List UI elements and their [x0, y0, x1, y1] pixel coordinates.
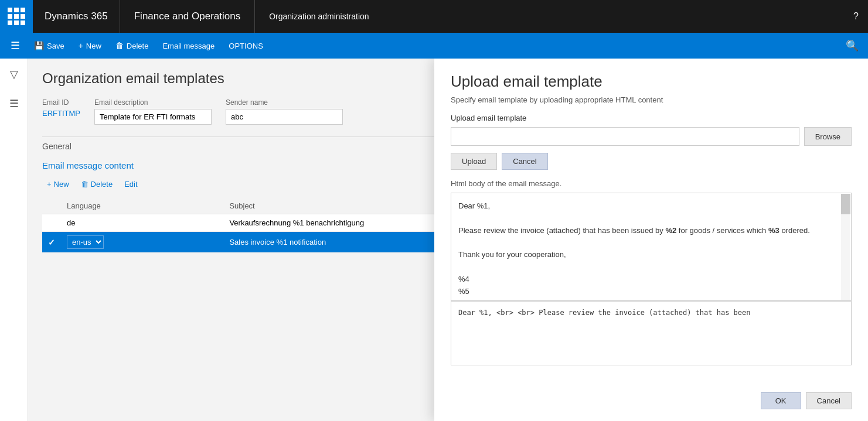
list-icon[interactable]: ☰ [6, 94, 22, 114]
row-language-selected: en-us [61, 232, 223, 253]
hamburger-menu[interactable]: ☰ [5, 36, 26, 56]
dialog-subtitle: Specify email template by uploading appr… [451, 95, 852, 104]
email-desc-input[interactable] [94, 109, 212, 125]
html-source[interactable]: Dear %1, <br> <br> Please review the inv… [451, 301, 852, 365]
email-desc-label: Email description [94, 98, 212, 107]
preview-line1: Dear %1, [458, 200, 835, 213]
preview-line7: %4 [458, 273, 835, 286]
new-button[interactable]: + New [73, 38, 107, 53]
preview-line3: Please review the invoice (attached) tha… [458, 225, 835, 237]
main-toolbar: ☰ 💾 Save + New 🗑 Delete Email message OP… [0, 33, 868, 59]
html-preview[interactable]: Dear %1, Please review the invoice (atta… [451, 193, 852, 301]
email-id-value[interactable]: ERFTITMP [42, 109, 80, 118]
col-check [42, 198, 61, 214]
preview-content: Dear %1, Please review the invoice (atta… [451, 193, 851, 301]
upload-button[interactable]: Upload [451, 153, 497, 170]
sender-name-group: Sender name [226, 98, 343, 125]
waffle-icon [8, 8, 25, 25]
save-icon: 💾 [34, 41, 44, 50]
main-area: ▽ ☰ Organization email templates Email I… [0, 59, 868, 421]
preview-line9: %6 [458, 297, 835, 301]
top-navigation: Dynamics 365 Finance and Operations Orga… [0, 0, 868, 33]
sender-name-input[interactable] [226, 109, 343, 125]
preview-bold1: %2 [665, 226, 676, 235]
save-button[interactable]: 💾 Save [28, 38, 70, 53]
help-button[interactable]: ? [844, 0, 868, 33]
delete-label: Delete [127, 42, 149, 50]
save-label: Save [47, 42, 64, 50]
browse-button[interactable]: Browse [804, 127, 852, 146]
row-check-cell [42, 214, 61, 232]
col-language-header: Language [61, 198, 223, 214]
options-label: OPTIONS [229, 42, 263, 50]
sender-name-label: Sender name [226, 98, 343, 107]
email-id-label: Email ID [42, 98, 80, 107]
left-sidebar: ▽ ☰ [0, 59, 28, 421]
brand-text: Dynamics 365 [45, 11, 108, 22]
email-message-button[interactable]: Email message [156, 39, 220, 53]
preview-bold2: %3 [768, 226, 780, 235]
dialog-footer: OK Cancel [451, 385, 852, 409]
options-button[interactable]: OPTIONS [223, 39, 269, 53]
preview-line8: %5 [458, 286, 835, 298]
upload-action-row: Upload Cancel [451, 153, 852, 170]
email-id-group: Email ID ERFTITMP [42, 98, 80, 125]
language-select[interactable]: en-us [67, 235, 104, 249]
email-desc-group: Email description [94, 98, 212, 125]
content-edit-label: Edit [124, 180, 137, 189]
dialog-title: Upload email template [451, 73, 852, 91]
content-delete-label: Delete [91, 180, 113, 189]
content-delete-button[interactable]: 🗑 Delete [76, 177, 118, 191]
help-icon: ? [853, 11, 859, 22]
check-icon-selected: ✓ [48, 238, 55, 247]
preview-scrollbar [841, 194, 850, 300]
upload-section-label: Upload email template [451, 114, 852, 122]
content-new-label: New [54, 180, 69, 189]
content-delete-icon: 🗑 [81, 180, 88, 189]
app-label[interactable]: Finance and Operations [120, 0, 255, 33]
brand-label[interactable]: Dynamics 365 [33, 0, 120, 33]
content-new-button[interactable]: + New [42, 177, 74, 191]
delete-icon: 🗑 [115, 41, 124, 50]
preview-line5: Thank you for your cooperation, [458, 249, 835, 261]
upload-row: Browse [451, 127, 852, 146]
body-label: Html body of the email message. [451, 179, 852, 188]
plus-icon: + [79, 41, 83, 50]
content-plus-icon: + [47, 180, 52, 189]
email-message-label: Email message [162, 42, 215, 50]
cancel-dialog-button[interactable]: Cancel [806, 392, 852, 409]
cancel-upload-button[interactable]: Cancel [502, 153, 547, 170]
upload-file-input[interactable] [451, 127, 799, 146]
search-button[interactable]: 🔍 [841, 37, 863, 54]
row-language: de [61, 214, 223, 232]
delete-button[interactable]: 🗑 Delete [110, 38, 155, 53]
app-text: Finance and Operations [134, 11, 240, 22]
filter-icon[interactable]: ▽ [6, 64, 22, 84]
new-label: New [86, 42, 101, 50]
module-label: Organization administration [255, 0, 383, 33]
waffle-menu[interactable] [0, 0, 33, 33]
upload-dialog: Upload email template Specify email temp… [434, 59, 868, 421]
content-edit-button[interactable]: Edit [120, 177, 142, 191]
module-text: Organization administration [269, 12, 369, 21]
ok-button[interactable]: OK [761, 392, 801, 409]
row-check-cell-selected: ✓ [42, 232, 61, 253]
scrollbar-thumb [841, 194, 850, 214]
